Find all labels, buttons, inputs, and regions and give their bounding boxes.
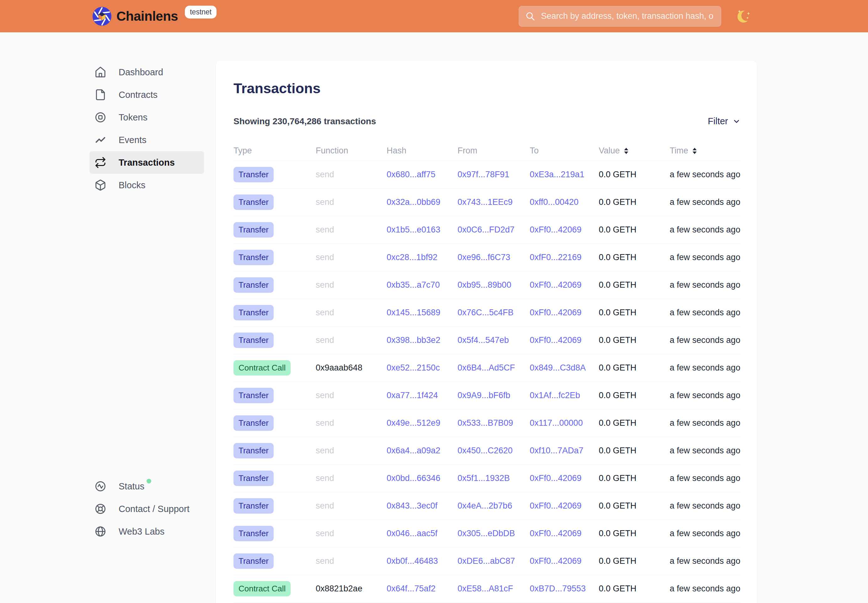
sidebar-item-status[interactable]: Status [90,475,204,498]
from-link[interactable]: 0x6B4...Ad5CF [458,363,515,373]
to-link[interactable]: 0xff0...00420 [530,197,579,207]
from-link[interactable]: 0x743...1EEc9 [458,197,513,207]
hash-link[interactable]: 0xa77...1f424 [387,391,438,400]
from-link[interactable]: 0xe96...f6C73 [458,252,510,262]
hash-link[interactable]: 0x6a4...a09a2 [387,446,440,455]
chevron-down-icon [732,118,741,125]
from-link[interactable]: 0x76C...5c4FB [458,308,514,317]
type-badge: Transfer [234,388,274,403]
filter-button[interactable]: Filter [708,116,741,127]
sidebar-item-contracts[interactable]: Contracts [90,83,204,106]
hash-link[interactable]: 0x49e...512e9 [387,418,440,428]
from-link[interactable]: 0xb95...89b00 [458,280,511,289]
to-link[interactable]: 0xFf0...42069 [530,280,582,289]
time-cell: a few seconds ago [670,336,741,345]
type-badge: Contract Call [234,360,291,376]
table-row: Transfer send 0x0bd...66346 0x5f1...1932… [234,465,741,492]
hash-link[interactable]: 0x1b5...e0163 [387,225,440,234]
to-link[interactable]: 0xfF0...22169 [530,252,582,262]
lifebuoy-icon [94,502,107,515]
hash-link[interactable]: 0x32a...0bb69 [387,197,440,207]
sort-icon[interactable] [692,147,697,155]
search-box[interactable] [519,6,721,27]
filter-label: Filter [708,116,728,127]
cube-icon [94,179,107,192]
from-link[interactable]: 0x4eA...2b7b6 [458,501,512,510]
function-cell: send [316,336,387,345]
hash-link[interactable]: 0xe52...2150c [387,363,440,373]
from-link[interactable]: 0xDE6...abC87 [458,556,515,566]
table-row: Transfer send 0x6a4...a09a2 0x450...C262… [234,437,741,465]
theme-toggle-button[interactable] [736,8,752,25]
time-cell: a few seconds ago [670,170,741,179]
brand[interactable]: Chainlens testnet [92,6,217,27]
from-link[interactable]: 0x9A9...bF6fb [458,391,510,400]
table-row: Transfer send 0x49e...512e9 0x533...B7B0… [234,410,741,437]
table-row: Contract Call 0x9aaab648 0xe52...2150c 0… [234,354,741,382]
hash-link[interactable]: 0x398...bb3e2 [387,336,440,345]
to-link[interactable]: 0xE3a...219a1 [530,170,584,179]
function-cell: send [316,501,387,511]
hash-link[interactable]: 0xb0f...46483 [387,556,438,566]
from-link[interactable]: 0xE58...A81cF [458,584,513,593]
value-cell: 0.0 GETH [599,170,670,179]
sidebar-item-dashboard[interactable]: Dashboard [90,61,204,83]
home-icon [94,66,107,79]
to-link[interactable]: 0xFf0...42069 [530,225,582,234]
transactions-panel: Transactions Showing 230,764,286 transac… [216,61,757,603]
value-cell: 0.0 GETH [599,556,670,566]
to-link[interactable]: 0xFf0...42069 [530,336,582,345]
from-link[interactable]: 0x5f4...547eb [458,336,509,345]
brand-name: Chainlens [116,9,178,24]
to-link[interactable]: 0x1Af...fc2Eb [530,391,580,400]
function-cell: send [316,280,387,290]
from-link[interactable]: 0x450...C2620 [458,446,513,455]
hash-link[interactable]: 0x64f...75af2 [387,584,436,593]
col-time[interactable]: Time [670,146,741,156]
function-cell: 0x9aaab648 [316,363,387,373]
type-badge: Transfer [234,498,274,513]
to-link[interactable]: 0xFf0...42069 [530,529,582,538]
status-dot [147,479,151,484]
sidebar-item-blocks[interactable]: Blocks [90,174,204,196]
type-badge: Transfer [234,250,274,265]
time-cell: a few seconds ago [670,308,741,317]
time-cell: a few seconds ago [670,529,741,538]
sidebar-item-web3-labs[interactable]: Web3 Labs [90,520,204,543]
sidebar-item-transactions[interactable]: Transactions [90,151,204,174]
type-cell: Transfer [234,277,316,293]
hash-link[interactable]: 0xc28...1bf92 [387,252,438,262]
sort-icon[interactable] [624,147,629,155]
to-link[interactable]: 0xFf0...42069 [530,473,582,483]
sidebar-item-events[interactable]: Events [90,128,204,151]
type-cell: Transfer [234,388,316,403]
to-link[interactable]: 0x117...00000 [530,418,583,428]
from-link[interactable]: 0x0C6...FD2d7 [458,225,515,234]
to-link[interactable]: 0xFf0...42069 [530,501,582,510]
sidebar-item-tokens[interactable]: Tokens [90,106,204,128]
from-link[interactable]: 0x305...eDbDB [458,529,515,538]
time-cell: a few seconds ago [670,197,741,207]
hash-link[interactable]: 0x0bd...66346 [387,473,440,483]
from-link[interactable]: 0x5f1...1932B [458,473,510,483]
hash-link[interactable]: 0xb35...a7c70 [387,280,440,289]
to-link[interactable]: 0xFf0...42069 [530,556,582,566]
to-link[interactable]: 0x849...C3d8A [530,363,586,373]
time-cell: a few seconds ago [670,473,741,483]
to-link[interactable]: 0xB7D...79553 [530,584,586,593]
hash-link[interactable]: 0x046...aac5f [387,529,438,538]
sidebar-item-label: Contact / Support [119,504,190,514]
sidebar-item-contact-support[interactable]: Contact / Support [90,498,204,520]
type-cell: Transfer [234,415,316,431]
to-link[interactable]: 0xf10...7ADa7 [530,446,583,455]
hash-link[interactable]: 0x145...15689 [387,308,440,317]
from-link[interactable]: 0x97f...78F91 [458,170,509,179]
to-link[interactable]: 0xFf0...42069 [530,308,582,317]
time-cell: a few seconds ago [670,501,741,511]
from-link[interactable]: 0x533...B7B09 [458,418,513,428]
hash-link[interactable]: 0x843...3ec0f [387,501,438,510]
col-to: To [530,146,599,156]
hash-link[interactable]: 0x680...aff75 [387,170,436,179]
col-value[interactable]: Value [599,146,670,156]
search-input[interactable] [540,11,715,21]
